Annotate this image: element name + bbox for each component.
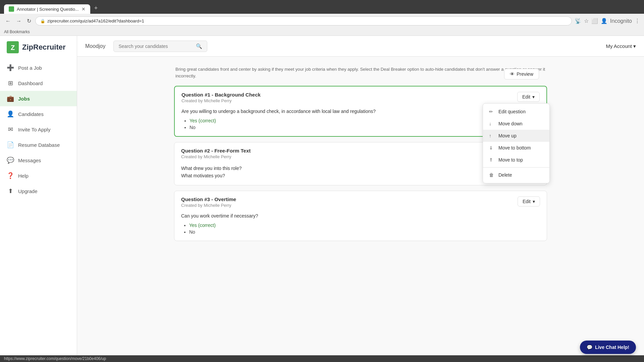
- sidebar-item-post-a-job[interactable]: ➕ Post a Job: [0, 60, 77, 75]
- my-account-button[interactable]: My Account ▾: [606, 43, 636, 49]
- question-1-edit-button[interactable]: Edit ▾: [517, 92, 540, 102]
- sidebar-label-candidates: Candidates: [18, 111, 44, 117]
- browser-chrome: Annotator | Screening Questio... ✕ +: [0, 0, 644, 14]
- sidebar-label-dashboard: Dashboard: [18, 80, 43, 86]
- question-3-edit-label: Edit: [523, 199, 531, 204]
- question-1-title: Question #1 - Background Check: [181, 92, 261, 98]
- answer-item-yes: Yes (correct): [189, 222, 540, 229]
- question-card-1: Question #1 - Background Check Created b…: [174, 86, 547, 137]
- sidebar-label-messages: Messages: [18, 158, 41, 163]
- question-3-edit-chevron: ▾: [533, 199, 535, 204]
- correct-label: (correct): [198, 223, 216, 228]
- answer-no: No: [190, 125, 196, 130]
- sidebar-item-candidates[interactable]: 👤 Candidates: [0, 106, 77, 122]
- top-bar: Moodjoy 🔍 My Account ▾: [77, 36, 644, 57]
- question-3-text: Can you work overtime if necessary?: [181, 213, 540, 219]
- bookmark-icon[interactable]: ☆: [584, 18, 589, 24]
- dashboard-icon: ⊞: [7, 79, 14, 87]
- question-1-edit-chevron: ▾: [532, 94, 535, 100]
- preview-label: Preview: [517, 71, 533, 77]
- answer-item-no: No: [189, 229, 540, 235]
- question-3-author: Created by Michelle Perry: [181, 203, 236, 208]
- move-up-icon: ↑: [489, 133, 494, 138]
- lock-icon: 🔒: [40, 19, 45, 23]
- dropdown-move-up[interactable]: ↑ Move up: [483, 130, 549, 142]
- dropdown-move-up-label: Move up: [498, 133, 517, 138]
- answer-no: No: [189, 229, 195, 235]
- reload-button[interactable]: ↻: [25, 16, 33, 25]
- dropdown-move-to-bottom-label: Move to bottom: [498, 145, 531, 150]
- chat-icon: 💬: [587, 345, 592, 350]
- extensions-icon: ⬜: [591, 18, 598, 24]
- edit-dropdown-menu: ✏ Edit question ↓ Move down ↑ Move up: [483, 103, 550, 183]
- content-scroll[interactable]: 👁 Preview Bring great candidates front a…: [77, 57, 644, 355]
- question-2-author: Created by Michelle Perry: [181, 154, 251, 159]
- dropdown-move-down[interactable]: ↓ Move down: [483, 118, 549, 130]
- content-inner: 👁 Preview Bring great candidates front a…: [166, 57, 555, 253]
- dropdown-move-to-top-label: Move to top: [498, 157, 523, 163]
- forward-button[interactable]: →: [15, 17, 23, 25]
- tab-title: Annotator | Screening Questio...: [17, 7, 79, 12]
- answer-correct: Yes (correct): [189, 223, 216, 228]
- edit-question-icon: ✏: [489, 109, 494, 114]
- tab-close-button[interactable]: ✕: [82, 6, 86, 12]
- answer-correct: Yes (correct): [190, 118, 216, 123]
- menu-icon[interactable]: ⋮: [635, 18, 640, 24]
- candidates-icon: 👤: [7, 110, 14, 118]
- sidebar-item-upgrade[interactable]: ⬆ Upgrade: [0, 183, 77, 199]
- sidebar-item-dashboard[interactable]: ⊞ Dashboard: [0, 75, 77, 91]
- my-account-chevron: ▾: [633, 43, 636, 49]
- question-3-meta: Question #3 - Overtime Created by Michel…: [181, 196, 236, 208]
- browser-tabs: Annotator | Screening Questio... ✕ +: [4, 3, 640, 14]
- dropdown-move-to-bottom[interactable]: ⇓ Move to bottom: [483, 142, 549, 154]
- browser-nav: ← → ↻ 🔒 ziprecruiter.com/quiz/ad47a162/e…: [0, 14, 644, 28]
- jobs-icon: 💼: [7, 95, 14, 102]
- sidebar-logo: Z ZipRecruiter: [0, 41, 77, 60]
- dropdown-edit-question[interactable]: ✏ Edit question: [483, 106, 549, 118]
- question-3-body: Can you work overtime if necessary? Yes …: [174, 210, 547, 241]
- live-chat-label: Live Chat Help!: [595, 345, 629, 350]
- profile-icon[interactable]: 👤: [601, 18, 607, 24]
- sidebar-label-invite: Invite To Apply: [18, 127, 50, 132]
- search-bar[interactable]: 🔍: [113, 41, 207, 52]
- question-card-3: Question #3 - Overtime Created by Michel…: [174, 191, 547, 241]
- post-job-icon: ➕: [7, 64, 14, 71]
- new-tab-button[interactable]: +: [91, 3, 101, 14]
- url-text: ziprecruiter.com/quiz/ad47a162/edit?dash…: [47, 18, 144, 23]
- my-account-label: My Account: [606, 43, 632, 49]
- search-input[interactable]: [118, 44, 193, 49]
- question-3-answers: Yes (correct) No: [181, 222, 540, 235]
- dropdown-move-to-top[interactable]: ⇑ Move to top: [483, 154, 549, 166]
- nav-actions: 📡 ☆ ⬜ 👤 Incognito ⋮: [575, 18, 640, 24]
- sidebar-label-jobs: Jobs: [18, 96, 30, 102]
- page-description: Bring great candidates front and center …: [174, 66, 547, 79]
- browser-tab-active[interactable]: Annotator | Screening Questio... ✕: [4, 4, 90, 14]
- live-chat-button[interactable]: 💬 Live Chat Help!: [580, 341, 636, 354]
- dropdown-delete[interactable]: 🗑 Delete: [483, 169, 549, 181]
- sidebar-item-resume-database[interactable]: 📄 Resume Database: [0, 137, 77, 153]
- sidebar-logo-text: ZipRecruiter: [22, 43, 66, 52]
- resume-icon: 📄: [7, 141, 14, 148]
- help-icon: ❓: [7, 172, 14, 179]
- sidebar-label-upgrade: Upgrade: [18, 188, 38, 194]
- sidebar-item-messages[interactable]: 💬 Messages: [0, 153, 77, 168]
- dropdown-edit-label: Edit question: [498, 109, 526, 114]
- dropdown-divider: [483, 167, 549, 168]
- sidebar: Z ZipRecruiter ➕ Post a Job ⊞ Dashboard …: [0, 36, 77, 355]
- search-icon: 🔍: [196, 43, 202, 49]
- preview-button[interactable]: 👁 Preview: [504, 69, 539, 79]
- back-button[interactable]: ←: [4, 17, 12, 25]
- question-1-edit-label: Edit: [522, 94, 530, 100]
- main-content: Moodjoy 🔍 My Account ▾ 👁 Preview: [77, 36, 644, 355]
- sidebar-item-invite-to-apply[interactable]: ✉ Invite To Apply: [0, 122, 77, 137]
- sidebar-label-help: Help: [18, 173, 29, 179]
- question-3-edit-button[interactable]: Edit ▾: [518, 196, 540, 206]
- sidebar-item-help[interactable]: ❓ Help: [0, 168, 77, 183]
- sidebar-item-jobs[interactable]: 💼 Jobs: [0, 91, 77, 106]
- cast-icon: 📡: [575, 18, 581, 24]
- app-layout: Z ZipRecruiter ➕ Post a Job ⊞ Dashboard …: [0, 36, 644, 355]
- status-bar: https://www.ziprecruiter.com/question/mo…: [0, 355, 644, 362]
- url-bar[interactable]: 🔒 ziprecruiter.com/quiz/ad47a162/edit?da…: [35, 16, 572, 25]
- sidebar-label-resume: Resume Database: [18, 142, 60, 148]
- messages-icon: 💬: [7, 157, 14, 164]
